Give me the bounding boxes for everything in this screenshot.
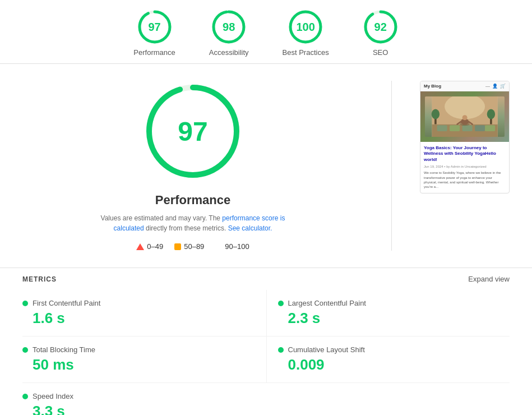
cart-icon: 🛒 (500, 84, 506, 89)
preview-header-icons: — 👤 🛒 (485, 84, 506, 89)
metric-dot-tbt (22, 347, 28, 353)
metric-label-cls: Cumulative Layout Shift (288, 345, 365, 354)
score-accessibility[interactable]: 98 Accessibility (209, 9, 249, 57)
preview-meta: Jun 19, 2024 • by Admin in Uncategorized (424, 165, 506, 168)
pass-icon (215, 243, 222, 250)
svg-point-21 (462, 115, 468, 120)
metric-value-lcp: 2.3 s (278, 310, 510, 327)
expand-view-button[interactable]: Expand view (468, 275, 510, 283)
metric-dot-cls (278, 347, 284, 353)
big-score-number: 97 (178, 116, 207, 147)
metric-value-fcp: 1.6 s (22, 310, 266, 327)
metric-name-cls: Cumulative Layout Shift (278, 345, 510, 354)
preview-body: We come to Seobility Yoga, where we beli… (424, 170, 506, 190)
metric-dot-si (22, 394, 28, 399)
metric-cumulative-layout-shift: Cumulative Layout Shift 0.009 (266, 336, 510, 383)
metrics-grid: First Contentful Paint 1.6 s Largest Con… (22, 290, 510, 415)
legend-pass: 90–100 (215, 242, 249, 251)
average-icon (174, 243, 181, 250)
score-number-best-practices: 100 (296, 21, 314, 34)
metric-label-tbt: Total Blocking Time (33, 345, 95, 354)
metric-speed-index: Speed Index 3.3 s (22, 383, 266, 415)
metric-largest-contentful-paint: Largest Contentful Paint 2.3 s (266, 290, 510, 336)
metrics-section: METRICS Expand view First Contentful Pai… (0, 268, 532, 415)
svg-rect-17 (475, 125, 485, 131)
calculator-link[interactable]: See calculator. (228, 224, 272, 232)
score-number-performance: 97 (148, 21, 160, 34)
minus-icon: — (485, 84, 490, 89)
metric-name-lcp: Largest Contentful Paint (278, 299, 510, 307)
legend-pass-label: 90–100 (225, 242, 249, 251)
metric-value-tbt: 50 ms (22, 356, 266, 374)
fail-icon (136, 243, 144, 250)
preview-image-inner (425, 96, 505, 137)
score-circle-accessibility: 98 (211, 9, 247, 45)
metric-dot-lcp (278, 301, 284, 306)
score-label-performance: Performance (133, 48, 175, 57)
legend-fail-label: 0–49 (147, 242, 163, 251)
metrics-title: METRICS (22, 275, 57, 283)
preview-header-title: My Blog (424, 84, 441, 89)
metric-label-lcp: Largest Contentful Paint (288, 299, 366, 307)
performance-title: Performance (155, 193, 231, 208)
left-panel: 97 Performance Values are estimated and … (22, 81, 363, 251)
svg-rect-16 (462, 125, 473, 131)
score-best-practices[interactable]: 100 Best Practices (283, 9, 329, 57)
metrics-header: METRICS Expand view (22, 268, 510, 290)
svg-rect-14 (437, 125, 447, 131)
score-seo[interactable]: 92 SEO (363, 9, 399, 57)
score-label-accessibility: Accessibility (209, 48, 249, 57)
preview-image (420, 91, 509, 142)
score-number-seo: 92 (374, 21, 387, 34)
score-circle-best-practices: 100 (288, 9, 323, 45)
metric-value-cls: 0.009 (278, 356, 510, 374)
preview-blog-title: Yoga Basics: Your Journey to Wellness wi… (424, 145, 506, 163)
score-number-accessibility: 98 (223, 21, 235, 34)
svg-rect-15 (450, 125, 460, 131)
legend: 0–49 50–89 90–100 (136, 242, 249, 251)
metric-label-si: Speed Index (33, 392, 73, 400)
disclaimer: Values are estimated and may vary. The p… (86, 213, 299, 233)
legend-average-label: 50–89 (184, 242, 204, 251)
legend-average: 50–89 (174, 242, 204, 251)
svg-rect-18 (485, 125, 495, 131)
user-icon: 👤 (492, 84, 498, 89)
big-score-circle: 97 (142, 81, 243, 182)
score-label-best-practices: Best Practices (283, 48, 329, 57)
metric-total-blocking-time: Total Blocking Time 50 ms (22, 336, 266, 383)
svg-point-27 (487, 109, 495, 119)
legend-fail: 0–49 (136, 242, 163, 251)
vertical-divider (391, 81, 392, 251)
right-panel: My Blog — 👤 🛒 (420, 81, 510, 193)
main-content: 97 Performance Values are estimated and … (0, 64, 532, 268)
metric-dot-fcp (22, 301, 28, 306)
metric-name-tbt: Total Blocking Time (22, 345, 266, 354)
score-circle-performance: 97 (137, 9, 173, 45)
preview-card: My Blog — 👤 🛒 (420, 81, 510, 193)
score-performance[interactable]: 97 Performance (133, 9, 175, 57)
metric-name-si: Speed Index (22, 392, 266, 400)
metric-first-contentful-paint: First Contentful Paint 1.6 s (22, 290, 266, 336)
svg-point-25 (432, 109, 440, 119)
scores-bar: 97 Performance 98 Accessibility 100 Best… (0, 0, 532, 64)
preview-header: My Blog — 👤 🛒 (420, 81, 509, 91)
metric-label-fcp: First Contentful Paint (33, 299, 100, 307)
score-label-seo: SEO (373, 48, 388, 57)
preview-content: Yoga Basics: Your Journey to Wellness wi… (420, 142, 509, 193)
score-circle-seo: 92 (363, 9, 399, 45)
metric-name-fcp: First Contentful Paint (22, 299, 266, 307)
metric-value-si: 3.3 s (22, 403, 266, 415)
